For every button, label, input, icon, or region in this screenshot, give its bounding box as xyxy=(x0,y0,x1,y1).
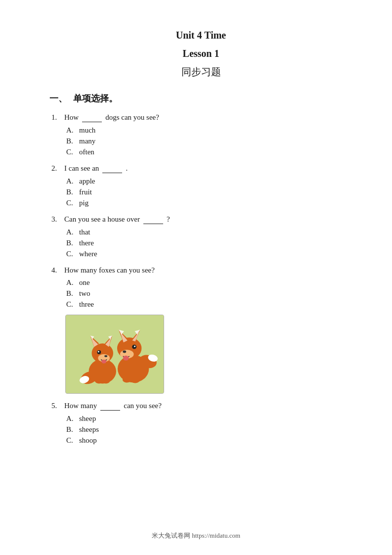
option-item: C.often xyxy=(66,148,352,156)
option-label: A. xyxy=(66,415,76,423)
svg-point-12 xyxy=(98,351,99,353)
question-number: 3. xyxy=(51,215,62,224)
question-text-before: How many xyxy=(64,402,97,410)
question-text-before: I can see an xyxy=(64,164,99,173)
question-number: 2. xyxy=(51,164,62,173)
options-list: A.thatB.thereC.where xyxy=(51,228,352,258)
question-block: 3.Can you see a house over ?A.thatB.ther… xyxy=(49,215,352,258)
question-block: 5.How many can you see?A.sheepB.sheepsC.… xyxy=(49,402,352,445)
question-text-full: How many foxes can you see? xyxy=(64,266,155,275)
option-item: C.where xyxy=(66,250,352,258)
option-label: C. xyxy=(66,436,76,445)
fox-image xyxy=(65,315,164,394)
option-text: that xyxy=(79,228,90,236)
fox-svg xyxy=(66,315,164,394)
option-item: B.two xyxy=(66,289,352,298)
svg-point-16 xyxy=(95,379,103,384)
question-text-after: dogs can you see? xyxy=(105,113,159,122)
question-text: 5.How many can you see? xyxy=(51,402,352,411)
svg-point-17 xyxy=(102,379,110,384)
question-text-after: can you see? xyxy=(124,402,162,410)
option-text: fruit xyxy=(79,188,92,196)
lesson-title: Lesson 1 xyxy=(49,48,352,59)
option-label: B. xyxy=(66,137,76,145)
footer-text: 米大兔试卷网 https://midatu.com xyxy=(0,531,392,540)
option-item: B.there xyxy=(66,239,352,247)
options-list: A.muchB.manyC.often xyxy=(51,126,352,156)
options-list: A.oneB.twoC.three xyxy=(51,278,352,309)
question-text: 1.How dogs can you see? xyxy=(51,113,352,122)
option-item: C.shoop xyxy=(66,436,352,445)
option-item: A.one xyxy=(66,278,352,287)
option-label: C. xyxy=(66,148,76,156)
options-list: A.sheepB.sheepsC.shoop xyxy=(51,415,352,445)
option-text: much xyxy=(79,126,95,135)
option-item: A.apple xyxy=(66,177,352,185)
question-block: 1.How dogs can you see?A.muchB.manyC.oft… xyxy=(49,113,352,156)
option-text: there xyxy=(79,239,94,247)
svg-point-33 xyxy=(123,377,131,383)
option-item: A.sheep xyxy=(66,415,352,423)
option-text: pig xyxy=(79,199,88,207)
options-list: A.appleB.fruitC.pig xyxy=(51,177,352,207)
question-text-after: ? xyxy=(167,215,170,224)
question-text-after: . xyxy=(126,164,128,173)
option-item: B.fruit xyxy=(66,188,352,196)
question-number: 1. xyxy=(51,113,62,122)
option-label: B. xyxy=(66,188,76,196)
option-item: A.that xyxy=(66,228,352,236)
unit-title: Unit 4 Time xyxy=(49,30,352,41)
question-text: 3.Can you see a house over ? xyxy=(51,215,352,224)
svg-point-30 xyxy=(123,356,129,361)
option-text: one xyxy=(79,278,90,287)
option-label: A. xyxy=(66,278,76,287)
option-text: two xyxy=(79,289,90,298)
option-text: apple xyxy=(79,177,95,185)
subtitle: 同步习题 xyxy=(49,65,352,79)
svg-point-10 xyxy=(104,355,107,357)
option-text: many xyxy=(79,137,95,145)
option-item: C.pig xyxy=(66,199,352,207)
option-text: sheep xyxy=(79,415,96,423)
option-item: C.three xyxy=(66,300,352,309)
question-blank xyxy=(82,113,102,122)
option-label: A. xyxy=(66,228,76,236)
svg-point-13 xyxy=(101,360,106,364)
svg-point-34 xyxy=(131,377,140,383)
question-blank xyxy=(102,164,122,173)
svg-point-29 xyxy=(134,346,135,347)
option-item: A.much xyxy=(66,126,352,135)
question-text: 2.I can see an . xyxy=(51,164,352,173)
option-label: A. xyxy=(66,177,76,185)
section-label: 一、 xyxy=(49,92,67,104)
option-text: three xyxy=(79,300,94,309)
option-label: B. xyxy=(66,239,76,247)
option-item: B.sheeps xyxy=(66,425,352,434)
question-block: 4.How many foxes can you see?A.oneB.twoC… xyxy=(49,266,352,394)
section-header: 一、 单项选择。 xyxy=(49,92,352,104)
option-label: B. xyxy=(66,425,76,434)
option-label: A. xyxy=(66,126,76,135)
section-title: 单项选择。 xyxy=(73,92,118,104)
question-text: 4.How many foxes can you see? xyxy=(51,266,352,275)
question-number: 5. xyxy=(51,402,62,410)
option-item: B.many xyxy=(66,137,352,145)
option-text: sheeps xyxy=(79,425,99,434)
question-number: 4. xyxy=(51,266,62,275)
option-label: C. xyxy=(66,250,76,258)
option-text: where xyxy=(79,250,97,258)
option-label: C. xyxy=(66,300,76,309)
question-blank xyxy=(143,215,163,224)
question-text-before: How xyxy=(64,113,79,122)
option-label: B. xyxy=(66,289,76,298)
option-text: often xyxy=(79,148,94,156)
question-block: 2.I can see an .A.appleB.fruitC.pig xyxy=(49,164,352,207)
svg-point-27 xyxy=(123,351,126,353)
question-blank xyxy=(100,402,120,411)
option-label: C. xyxy=(66,199,76,207)
question-text-before: Can you see a house over xyxy=(64,215,140,224)
option-text: shoop xyxy=(79,436,97,445)
